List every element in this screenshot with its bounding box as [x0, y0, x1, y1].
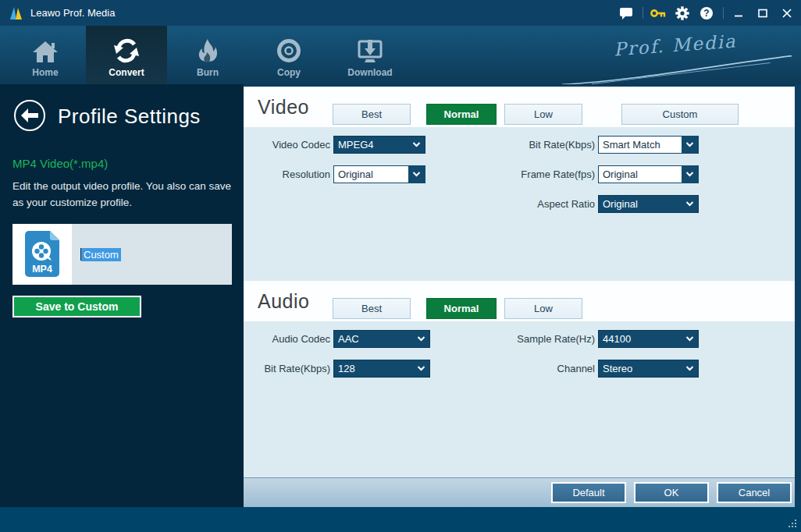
- bit-rate-select[interactable]: Smart Match: [598, 136, 699, 154]
- tab-convert[interactable]: Convert: [86, 26, 167, 84]
- resolution-label: Resolution: [244, 168, 330, 180]
- audio-quality-normal-button[interactable]: Normal: [426, 298, 497, 319]
- video-section-header: Video Best Normal Low Custom: [244, 87, 795, 127]
- video-quality-low-button[interactable]: Low: [504, 104, 582, 125]
- field-aspect-ratio: Aspect Ratio Original: [505, 195, 699, 213]
- convert-icon: [113, 34, 140, 63]
- back-button[interactable]: [14, 100, 45, 131]
- select-value: 44100: [599, 333, 682, 345]
- video-quality-normal-button[interactable]: Normal: [426, 104, 497, 125]
- video-codec-label: Video Codec: [244, 139, 330, 151]
- chevron-down-icon: [682, 137, 698, 153]
- app-logo-icon: [8, 6, 23, 20]
- profile-name-field[interactable]: Custom: [72, 224, 232, 285]
- tab-burn[interactable]: Burn: [167, 26, 248, 84]
- settings-gear-icon[interactable]: [673, 4, 692, 23]
- field-frame-rate: Frame Rate(fps) Original: [505, 165, 699, 183]
- audio-codec-select[interactable]: AAC: [333, 330, 430, 348]
- tab-home[interactable]: Home: [5, 26, 86, 84]
- select-value: Original: [599, 198, 682, 210]
- titlebar-icons: ?: [611, 0, 796, 26]
- mp4-file-icon: MP4: [20, 229, 64, 280]
- chevron-down-icon: [408, 137, 425, 153]
- audio-section-title: Audio: [258, 290, 309, 313]
- brand-signature: Prof. Media: [584, 29, 768, 90]
- tab-label: Convert: [109, 67, 144, 78]
- window-right-border: [795, 84, 801, 507]
- ok-button[interactable]: OK: [634, 482, 709, 503]
- chevron-down-icon: [408, 166, 425, 183]
- feedback-chat-icon[interactable]: [617, 4, 635, 23]
- app-window: Leawo Prof. Media: [0, 0, 801, 532]
- profile-description: Edit the output video profile. You also …: [12, 178, 240, 211]
- resolution-select[interactable]: Original: [333, 165, 425, 183]
- back-arrow-icon: [21, 108, 38, 122]
- audio-section-header: Audio Best Normal Low: [244, 281, 795, 321]
- download-icon: [357, 34, 383, 63]
- titlebar-separator: [723, 7, 724, 19]
- resize-grip[interactable]: [789, 520, 798, 529]
- bit-rate-label: Bit Rate(Kbps): [505, 139, 595, 151]
- video-quality-custom-button[interactable]: Custom: [621, 104, 739, 125]
- select-value: Original: [334, 168, 408, 180]
- channel-select[interactable]: Stereo: [598, 360, 699, 378]
- aspect-ratio-select[interactable]: Original: [598, 195, 699, 213]
- profile-settings-sidebar: Profile Settings MP4 Video(*.mp4) Edit t…: [0, 84, 244, 507]
- field-audio-codec: Audio Codec AAC: [244, 330, 430, 348]
- field-channel: Channel Stereo: [505, 360, 699, 378]
- video-quality-best-button[interactable]: Best: [333, 104, 411, 125]
- tab-label: Copy: [277, 67, 301, 78]
- frame-rate-select[interactable]: Original: [598, 165, 699, 183]
- home-icon: [31, 34, 59, 63]
- sample-rate-select[interactable]: 44100: [598, 330, 699, 348]
- audio-quality-low-button[interactable]: Low: [504, 298, 582, 319]
- field-audio-bit-rate: Bit Rate(Kbps) 128: [244, 360, 430, 378]
- chevron-down-icon: [682, 166, 698, 183]
- register-key-icon[interactable]: [649, 4, 668, 23]
- select-value: Smart Match: [599, 139, 682, 151]
- status-bar: [0, 507, 801, 532]
- maximize-button[interactable]: [753, 4, 772, 23]
- action-button-bar: Default OK Cancel: [244, 477, 795, 507]
- video-section-title: Video: [258, 96, 309, 119]
- select-value: Original: [599, 168, 682, 180]
- audio-bit-rate-select[interactable]: 128: [333, 360, 430, 378]
- profile-settings-panel: Video Best Normal Low Custom Video Codec…: [244, 84, 795, 507]
- profile-icon-cell: MP4: [12, 224, 72, 285]
- profile-name-value[interactable]: Custom: [81, 248, 121, 261]
- channel-label: Channel: [505, 363, 595, 374]
- titlebar-separator: [643, 7, 643, 19]
- field-sample-rate: Sample Rate(Hz) 44100: [505, 330, 699, 348]
- chevron-down-icon: [682, 196, 698, 212]
- default-button[interactable]: Default: [551, 482, 626, 503]
- aspect-ratio-label: Aspect Ratio: [505, 198, 595, 210]
- brand-signature-text: Prof. Media: [584, 29, 766, 62]
- audio-quality-best-button[interactable]: Best: [333, 298, 411, 319]
- audio-bit-rate-label: Bit Rate(Kbps): [244, 363, 330, 374]
- tab-download[interactable]: Download: [329, 26, 411, 84]
- save-to-custom-button[interactable]: Save to Custom: [12, 296, 141, 317]
- frame-rate-label: Frame Rate(fps): [505, 168, 595, 180]
- minimize-button[interactable]: [729, 4, 748, 23]
- video-codec-select[interactable]: MPEG4: [333, 136, 425, 154]
- tab-label: Download: [347, 67, 392, 78]
- svg-text:?: ?: [703, 8, 709, 19]
- titlebar: Leawo Prof. Media: [0, 0, 801, 26]
- field-video-codec: Video Codec MPEG4: [244, 136, 425, 154]
- chevron-down-icon: [682, 360, 698, 377]
- tab-label: Home: [32, 67, 58, 78]
- chevron-down-icon: [413, 331, 429, 347]
- window-title: Leawo Prof. Media: [30, 7, 115, 19]
- custom-profile-item[interactable]: MP4 Custom: [12, 224, 232, 285]
- tab-copy[interactable]: Copy: [248, 26, 329, 84]
- sample-rate-label: Sample Rate(Hz): [505, 333, 595, 345]
- audio-codec-label: Audio Codec: [244, 333, 330, 345]
- select-value: MPEG4: [334, 139, 408, 151]
- select-value: 128: [334, 363, 413, 374]
- cancel-button[interactable]: Cancel: [717, 482, 792, 503]
- burn-flame-icon: [196, 34, 219, 63]
- help-icon[interactable]: ?: [697, 4, 716, 23]
- video-settings-body: Video Codec MPEG4 Bit Rate(Kbps) Smart M…: [244, 127, 795, 281]
- field-bit-rate: Bit Rate(Kbps) Smart Match: [505, 136, 699, 154]
- close-button[interactable]: [778, 4, 796, 23]
